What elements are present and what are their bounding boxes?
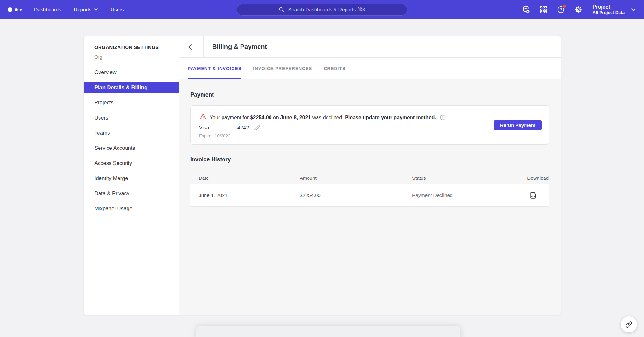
page-header: Billing & Payment <box>179 36 561 58</box>
nav-reports-label: Reports <box>74 7 91 13</box>
logo-dot-large <box>8 7 12 12</box>
svg-text:PDF: PDF <box>531 195 535 197</box>
project-selector-subtitle: All Project Data <box>592 10 625 15</box>
sidebar-item-data-privacy[interactable]: Data & Privacy <box>84 188 179 199</box>
sidebar-item-overview[interactable]: Overview <box>84 67 179 78</box>
invoice-amount-cell: $2254.00 <box>300 192 412 198</box>
invoice-table-header: Date Amount Status Download <box>190 172 549 184</box>
back-button[interactable] <box>179 36 204 57</box>
tab-credits[interactable]: CREDITS <box>324 58 346 79</box>
payment-alert-card: Your payment for $2254.00 on June 8, 202… <box>190 105 549 145</box>
search-input[interactable]: Search Dashboards & Reports ⌘K <box>237 4 407 16</box>
nav-users-label: Users <box>111 7 124 13</box>
help-icon[interactable]: ? <box>556 5 565 14</box>
sidebar-item-users[interactable]: Users <box>84 112 179 123</box>
card-expiry-label: Expires 10/2022 <box>199 133 231 138</box>
chevron-down-icon <box>94 8 98 11</box>
sidebar-item-teams[interactable]: Teams <box>84 127 179 138</box>
svg-text:?: ? <box>560 8 562 12</box>
invoice-date-cell: June 1, 2021 <box>190 192 300 198</box>
column-header-status: Status <box>412 175 525 181</box>
invoice-table: Date Amount Status Download June 1, 2021… <box>190 172 549 207</box>
project-selector-text: Project All Project Data <box>592 4 625 15</box>
nav-dashboards-label: Dashboards <box>34 7 61 13</box>
nav-dashboards[interactable]: Dashboards <box>34 7 61 13</box>
column-header-download: Download <box>525 175 549 181</box>
page-title: Billing & Payment <box>212 43 267 51</box>
search-icon <box>279 6 285 13</box>
primary-nav: Dashboards Reports Users <box>34 7 124 13</box>
navbar-right-cluster: ? Project All Project Data <box>522 0 636 19</box>
settings-card: ORGANIZATION SETTINGS Org Overview Plan … <box>84 36 561 315</box>
sidebar-header: ORGANIZATION SETTINGS <box>94 44 179 50</box>
org-name: Org <box>94 54 179 60</box>
copy-link-fab[interactable] <box>621 316 637 332</box>
nav-users[interactable]: Users <box>111 7 124 13</box>
sidebar-item-projects[interactable]: Projects <box>84 97 179 108</box>
column-header-date: Date <box>190 175 300 181</box>
search-placeholder: Search Dashboards & Reports ⌘K <box>288 7 365 13</box>
invoice-row: June 1, 2021 $2254.00 Payment Declined P… <box>190 184 549 207</box>
sidebar-nav: Overview Plan Details & Billing Projects… <box>84 67 179 214</box>
data-management-icon[interactable] <box>522 5 531 14</box>
project-selector-title: Project <box>592 4 625 10</box>
tab-payment-invoices[interactable]: PAYMENT & INVOICES <box>188 58 242 79</box>
project-selector[interactable]: Project All Project Data <box>592 4 636 15</box>
invoice-status-cell: Payment Declined <box>412 192 525 198</box>
logo-dot-small <box>20 9 22 11</box>
payment-section-heading: Payment <box>190 91 549 98</box>
warning-triangle-icon <box>199 114 207 121</box>
content-panel: Billing & Payment PAYMENT & INVOICES INV… <box>179 36 561 315</box>
declined-alert-row: Your payment for $2254.00 on June 8, 202… <box>199 114 446 121</box>
top-navbar: Dashboards Reports Users Search Dashboar… <box>0 0 644 19</box>
info-circle-icon[interactable] <box>440 114 446 120</box>
nav-reports[interactable]: Reports <box>74 7 98 13</box>
edit-pencil-icon[interactable] <box>254 124 260 130</box>
apps-grid-icon[interactable] <box>539 5 548 14</box>
notification-badge <box>563 5 566 8</box>
logo-dot-medium <box>15 8 18 11</box>
sidebar-item-access-security[interactable]: Access Security <box>84 158 179 168</box>
sidebar-item-identity-merge[interactable]: Identity Merge <box>84 173 179 184</box>
tab-invoice-preferences[interactable]: INVOICE PREFERENCES <box>253 58 312 79</box>
declined-alert-text: Your payment for $2254.00 on June 8, 202… <box>210 115 436 120</box>
arrow-left-icon <box>187 43 195 51</box>
pdf-download-icon[interactable]: PDF <box>530 192 537 199</box>
payment-method-row: Visa ···· ···· ···· 4242 <box>199 124 260 130</box>
settings-gear-icon[interactable] <box>574 5 583 14</box>
invoice-download-cell: PDF <box>525 192 549 199</box>
rerun-payment-button[interactable]: Rerun Payment <box>494 120 542 130</box>
payment-invoices-panel: Payment Your payment for $2254.00 on Jun… <box>179 79 561 315</box>
mixpanel-logo[interactable] <box>8 7 24 12</box>
sidebar-item-mixpanel-usage[interactable]: Mixpanel Usage <box>84 203 179 214</box>
hidden-toast-peek <box>196 326 460 337</box>
sidebar-item-service-accounts[interactable]: Service Accounts <box>84 142 179 153</box>
billing-tabs: PAYMENT & INVOICES INVOICE PREFERENCES C… <box>179 58 561 79</box>
chevron-down-icon <box>631 8 636 11</box>
invoice-history-heading: Invoice History <box>190 156 549 163</box>
card-number-label: Visa ···· ···· ···· 4242 <box>199 125 249 130</box>
sidebar-item-plan-details-billing[interactable]: Plan Details & Billing <box>84 82 179 93</box>
org-settings-sidebar: ORGANIZATION SETTINGS Org Overview Plan … <box>84 36 179 315</box>
link-icon <box>625 321 632 328</box>
column-header-amount: Amount <box>300 175 412 181</box>
